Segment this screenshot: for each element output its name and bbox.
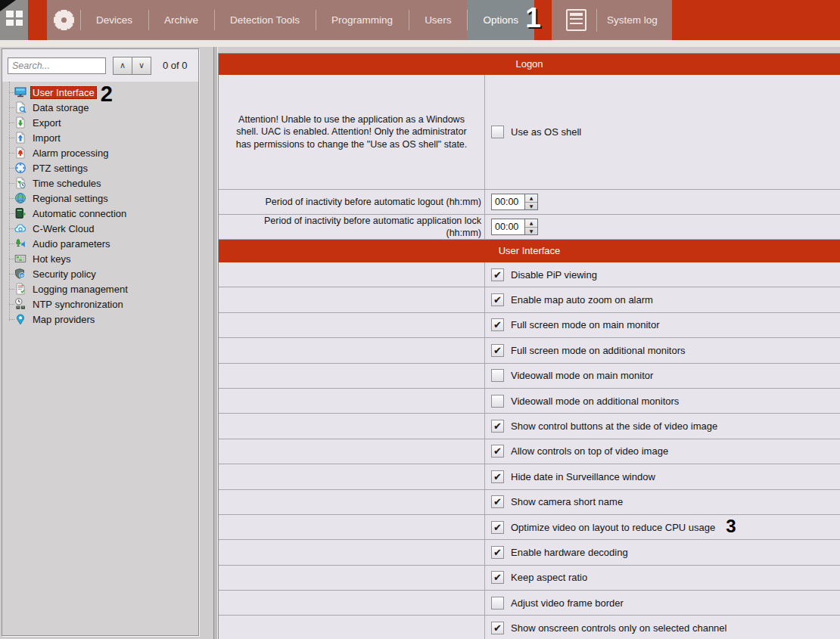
options-content-panel: Logon Attention! Unable to use the appli…	[218, 53, 840, 639]
sidebar-item-map-providers[interactable]: Map providers	[2, 312, 198, 327]
sidebar-item-ntp-synchronization[interactable]: NTP synchronization	[2, 296, 198, 312]
checkbox-use-as-os-shell[interactable]	[491, 126, 504, 138]
tab-archive[interactable]: Archive	[148, 0, 214, 40]
map-pin-icon	[14, 313, 27, 325]
inactivity-logout-spinbox[interactable]: 00:00 ▲ ▼	[491, 194, 538, 210]
tab-options[interactable]: Options1	[467, 0, 534, 40]
checkbox-label: Show onscreen controls only on selected …	[511, 622, 726, 634]
tab-strip: DevicesArchiveDetection ToolsProgramming…	[47, 0, 534, 40]
tab-users[interactable]: Users	[409, 0, 467, 40]
checkbox-videowall-mode-on-additional-monitors[interactable]	[491, 395, 504, 408]
empty-label-cell	[219, 414, 485, 438]
search-bar: ∧ ∨ 0 of 0	[2, 49, 198, 82]
tab-label: Programming	[331, 14, 393, 26]
checkbox-full-screen-mode-on-additional-monitors[interactable]: ✔	[491, 344, 504, 357]
checkbox-enable-hardware-decoding[interactable]: ✔	[491, 546, 504, 559]
attention-text: Attention! Unable to use the application…	[219, 75, 485, 189]
empty-label-cell	[219, 566, 485, 590]
option-row-keep-aspect-ratio: ✔Keep aspect ratio	[219, 566, 840, 591]
checkbox-show-onscreen-controls-only-on-selected-channel[interactable]: ✔	[491, 622, 504, 634]
empty-label-cell	[219, 364, 485, 388]
sidebar-item-logging-management[interactable]: Logging management	[2, 281, 198, 296]
app-launcher-grid-icon	[6, 11, 23, 26]
spin-value: 00:00	[492, 194, 524, 209]
sidebar-item-label: Import	[30, 132, 63, 144]
settings-gear-tab[interactable]	[47, 0, 80, 40]
checkbox-hide-date-in-surveillance-window[interactable]: ✔	[491, 470, 504, 483]
top-bar: DevicesArchiveDetection ToolsProgramming…	[0, 0, 840, 40]
spin-up-button[interactable]: ▲	[525, 194, 537, 203]
sidebar-item-security-policy[interactable]: Security policy	[2, 266, 198, 281]
spin-down-button[interactable]: ▼	[525, 203, 537, 210]
checkbox-label: Show control buttons at the side of vide…	[511, 420, 717, 432]
checkbox-label: Enable hardware decoding	[511, 547, 628, 558]
checkbox-label: Videowall mode on main monitor	[511, 370, 653, 381]
checkbox-adjust-video-frame-border[interactable]	[491, 597, 504, 610]
import-icon	[14, 132, 27, 144]
empty-label-cell	[219, 389, 485, 413]
os-shell-label: Use as OS shell	[511, 126, 581, 138]
checkbox-label: Optimize video on layout to reduce CPU u…	[511, 522, 715, 533]
sidebar-item-label: Hot keys	[30, 253, 73, 265]
spin-down-button[interactable]: ▼	[525, 228, 537, 235]
checkbox-show-camera-short-name[interactable]: ✔	[491, 495, 504, 508]
sidebar-item-user-interface[interactable]: User Interface2	[2, 85, 198, 100]
option-row-full-screen-mode-on-main-monitor: ✔Full screen mode on main monitor	[219, 313, 840, 338]
checkbox-videowall-mode-on-main-monitor[interactable]	[491, 369, 504, 382]
sidebar-item-ptz-settings[interactable]: PTZ settings	[2, 160, 198, 175]
checkbox-label: Disable PiP viewing	[511, 269, 597, 281]
inactivity-lock-label: Period of inactivity before automatic ap…	[219, 215, 485, 239]
spin-value: 00:00	[492, 219, 524, 234]
search-previous-button[interactable]: ∧	[113, 57, 132, 75]
ui-options-list: ✔Disable PiP viewing✔Enable map auto zoo…	[219, 262, 840, 639]
checkbox-keep-aspect-ratio[interactable]: ✔	[491, 571, 504, 584]
annotation-step-3: 3	[726, 517, 736, 535]
tab-bar: DevicesArchiveDetection ToolsProgramming…	[47, 0, 672, 40]
empty-label-cell	[219, 464, 485, 489]
checkbox-show-control-buttons-at-the-side-of-video-image[interactable]: ✔	[491, 420, 504, 433]
tab-devices[interactable]: Devices	[80, 0, 148, 40]
schedule-icon	[14, 177, 27, 189]
sidebar-item-import[interactable]: Import	[2, 130, 198, 145]
section-header-logon: Logon	[219, 54, 840, 75]
sidebar-item-c-werk-cloud[interactable]: C-Werk Cloud	[2, 221, 198, 236]
checkbox-full-screen-mode-on-main-monitor[interactable]: ✔	[491, 318, 504, 331]
option-row-hide-date-in-surveillance-window: ✔Hide date in Surveillance window	[219, 464, 840, 489]
sidebar-item-label: C-Werk Cloud	[30, 222, 96, 235]
checkbox-allow-controls-on-top-of-video-image[interactable]: ✔	[491, 445, 504, 458]
empty-label-cell	[219, 490, 485, 514]
search-input[interactable]	[8, 57, 106, 74]
search-next-button[interactable]: ∨	[132, 57, 151, 75]
option-row-optimize-video-on-layout-to-reduce-cpu-usage: ✔Optimize video on layout to reduce CPU …	[219, 515, 840, 540]
sidebar-item-time-schedules[interactable]: Time schedules	[2, 175, 198, 191]
sidebar-item-regional-settings[interactable]: Regional settings	[2, 191, 198, 206]
sidebar-item-alarm-processing[interactable]: Alarm processing	[2, 145, 198, 160]
option-row-show-onscreen-controls-only-on-selected-channel: ✔Show onscreen controls only on selected…	[219, 616, 840, 639]
globe-icon	[14, 192, 27, 204]
option-row-enable-hardware-decoding: ✔Enable hardware decoding	[219, 540, 840, 565]
sidebar-item-export[interactable]: Export	[2, 115, 198, 130]
spin-up-button[interactable]: ▲	[525, 219, 537, 228]
sidebar-item-label: Audio parameters	[30, 237, 113, 250]
empty-label-cell	[219, 313, 485, 337]
tab-detection-tools[interactable]: Detection Tools	[214, 0, 316, 40]
sidebar-item-audio-parameters[interactable]: Audio parameters	[2, 236, 198, 251]
sidebar-item-automatic-connection[interactable]: Automatic connection	[2, 206, 198, 221]
tab-programming[interactable]: Programming	[316, 0, 409, 40]
inactivity-lock-spinbox[interactable]: 00:00 ▲ ▼	[491, 219, 538, 235]
inactivity-logout-label: Period of inactivity before automatic lo…	[219, 190, 485, 214]
checkbox-enable-map-auto-zoom-on-alarm[interactable]: ✔	[491, 293, 504, 306]
empty-label-cell	[219, 616, 485, 639]
sidebar-item-label: NTP synchronization	[30, 298, 126, 311]
sidebar-item-hot-keys[interactable]: Hot keys	[2, 251, 198, 266]
divider	[596, 9, 597, 32]
empty-label-cell	[219, 338, 485, 362]
checkbox-label: Keep aspect ratio	[511, 572, 587, 583]
shield-icon	[14, 268, 27, 280]
audio-icon	[14, 237, 27, 250]
checkbox-disable-pip-viewing[interactable]: ✔	[491, 268, 504, 281]
checkbox-optimize-video-on-layout-to-reduce-cpu-usage[interactable]: ✔	[491, 521, 504, 534]
tab-system-log[interactable]: System log	[552, 0, 672, 40]
ntp-icon	[14, 298, 27, 310]
option-row-full-screen-mode-on-additional-monitors: ✔Full screen mode on additional monitors	[219, 338, 840, 363]
